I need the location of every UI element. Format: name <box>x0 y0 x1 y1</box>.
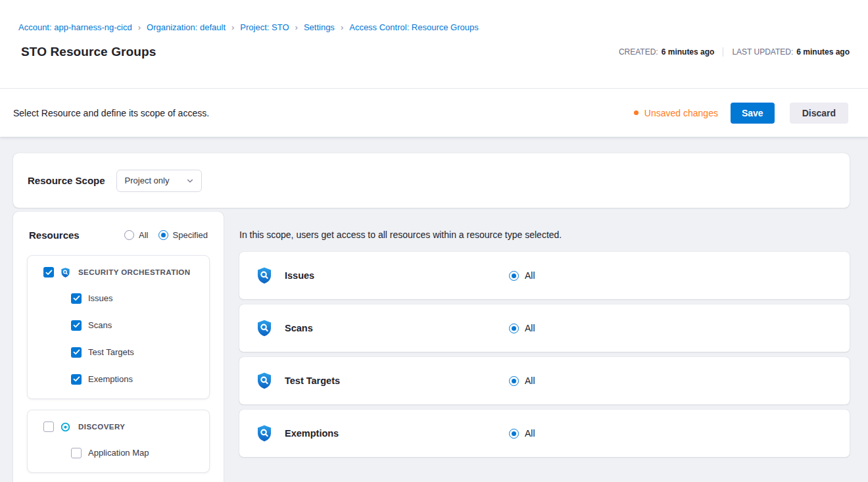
breadcrumb-resource-groups[interactable]: Access Control: Resource Groups <box>349 22 479 32</box>
chevron-right-icon: › <box>231 22 234 32</box>
access-radio-all[interactable]: All <box>509 375 535 386</box>
resource-item-exemptions[interactable]: Exemptions <box>28 366 209 393</box>
chevron-down-icon <box>178 177 194 185</box>
resource-item-scans[interactable]: Scans <box>28 312 209 339</box>
resource-scope-value: Project only <box>125 176 170 185</box>
checkbox-scans[interactable] <box>71 320 82 331</box>
resource-row-exemptions: Exemptions All <box>239 410 850 457</box>
radio-specified[interactable]: Specified <box>158 230 208 240</box>
sto-shield-icon <box>60 267 71 278</box>
toolbar-description: Select Resource and define its scope of … <box>13 108 209 118</box>
resource-item-label: Scans <box>88 320 112 330</box>
radio-specified-label: Specified <box>173 230 208 240</box>
resource-row-label: Exemptions <box>285 428 339 439</box>
checkbox-test-targets[interactable] <box>71 347 82 358</box>
resource-row-issues: Issues All <box>239 252 850 299</box>
resource-scope-dropdown[interactable]: Project only <box>116 170 202 192</box>
sto-shield-icon <box>255 424 274 443</box>
access-radio-all[interactable]: All <box>509 428 535 439</box>
main-content: Resource Scope Project only Resources Al… <box>0 137 868 482</box>
page-title: STO Resource Groups <box>18 45 156 59</box>
radio-all-label: All <box>139 230 148 240</box>
group-label: SECURITY ORCHESTRATION <box>78 268 191 276</box>
radio-specified-icon[interactable] <box>158 230 168 240</box>
discard-button[interactable]: Discard <box>790 103 848 124</box>
breadcrumb-project[interactable]: Project: STO <box>240 22 289 32</box>
created-label: CREATED: <box>619 47 658 57</box>
group-header-discovery[interactable]: DISCOVERY <box>28 420 209 434</box>
checkbox-issues[interactable] <box>71 293 82 304</box>
resource-item-label: Issues <box>88 293 113 303</box>
breadcrumb-account[interactable]: Account: app-harness-ng-cicd <box>18 22 132 32</box>
radio-selected-icon[interactable] <box>509 324 519 333</box>
access-label: All <box>525 323 535 333</box>
unsaved-changes-label: Unsaved changes <box>644 108 718 118</box>
checkbox-security-orchestration[interactable] <box>43 267 54 277</box>
checkbox-exemptions[interactable] <box>71 374 82 385</box>
group-label: DISCOVERY <box>78 423 125 431</box>
checkbox-application-map[interactable] <box>71 448 82 458</box>
resources-title: Resources <box>29 229 80 241</box>
resource-item-test-targets[interactable]: Test Targets <box>28 339 209 366</box>
radio-all-icon[interactable] <box>124 230 134 240</box>
resource-group-security-orchestration: SECURITY ORCHESTRATION Issues Scans <box>27 255 210 399</box>
radio-selected-icon[interactable] <box>509 429 519 439</box>
chevron-right-icon: › <box>295 22 298 32</box>
resource-group-discovery: DISCOVERY Application Map <box>27 410 210 473</box>
resource-item-label: Exemptions <box>88 374 133 384</box>
resource-row-test-targets: Test Targets All <box>239 357 850 404</box>
resource-item-application-map[interactable]: Application Map <box>28 439 209 466</box>
access-label: All <box>525 428 535 439</box>
access-label: All <box>525 270 535 281</box>
resource-row-label: Scans <box>285 323 313 333</box>
breadcrumb-organization[interactable]: Organization: default <box>147 22 226 32</box>
page-header: Account: app-harness-ng-cicd › Organizat… <box>0 0 868 89</box>
access-radio-all[interactable]: All <box>509 270 535 281</box>
scope-detail-column: In this scope, users get access to all r… <box>239 212 850 462</box>
resources-panel: Resources All Specified <box>13 212 224 482</box>
resource-item-issues[interactable]: Issues <box>28 285 209 312</box>
access-radio-all[interactable]: All <box>509 323 535 333</box>
save-button[interactable]: Save <box>731 103 775 124</box>
last-updated-label: LAST UPDATED: <box>732 47 793 57</box>
resource-row-label: Test Targets <box>285 375 340 386</box>
radio-selected-icon[interactable] <box>509 271 519 281</box>
breadcrumb: Account: app-harness-ng-cicd › Organizat… <box>18 22 850 32</box>
chevron-right-icon: › <box>138 22 141 32</box>
scope-info-text: In this scope, users get access to all r… <box>239 229 850 240</box>
last-updated-value: 6 minutes ago <box>796 47 850 57</box>
sto-shield-icon <box>255 319 274 337</box>
chevron-right-icon: › <box>341 22 343 32</box>
radio-all[interactable]: All <box>124 230 148 240</box>
created-value: 6 minutes ago <box>662 47 715 57</box>
discovery-icon <box>60 422 71 433</box>
unsaved-changes-dot-icon <box>634 110 639 115</box>
resources-filter-radio-group: All Specified <box>124 230 208 240</box>
action-toolbar: Select Resource and define its scope of … <box>0 89 868 137</box>
sto-shield-icon <box>255 372 274 390</box>
group-header-security-orchestration[interactable]: SECURITY ORCHESTRATION <box>28 265 209 279</box>
meta-info: CREATED: 6 minutes ago LAST UPDATED: 6 m… <box>619 47 850 57</box>
resource-item-label: Test Targets <box>88 347 134 357</box>
resource-scope-label: Resource Scope <box>28 175 105 186</box>
access-label: All <box>525 375 535 386</box>
breadcrumb-settings[interactable]: Settings <box>304 22 335 32</box>
meta-divider <box>723 47 723 57</box>
sto-shield-icon <box>255 266 274 285</box>
checkbox-discovery[interactable] <box>43 422 54 432</box>
resource-scope-card: Resource Scope Project only <box>13 153 850 208</box>
resource-row-label: Issues <box>285 270 314 281</box>
resource-row-scans: Scans All <box>239 304 850 352</box>
radio-selected-icon[interactable] <box>509 376 519 386</box>
resource-item-label: Application Map <box>88 448 149 458</box>
